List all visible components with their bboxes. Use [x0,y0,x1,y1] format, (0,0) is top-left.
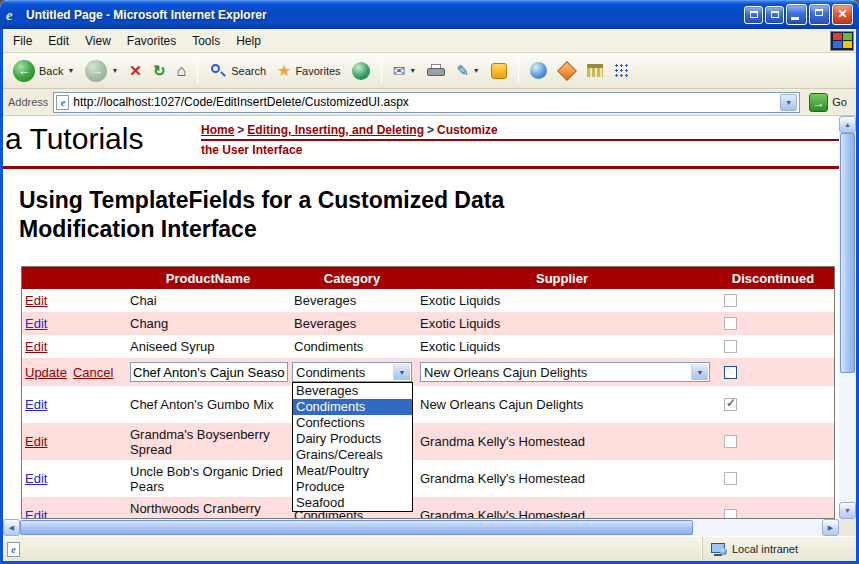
minimize-button[interactable] [786,4,807,25]
supplier-cell: Grandma Kelly's Homestead [414,460,710,497]
edit-page-button[interactable]: ✎ ▼ [452,59,484,83]
toolbar-extra-button-4[interactable] [610,61,633,80]
category-open-list[interactable]: Beverages Condiments Confections Dairy P… [292,382,413,512]
breadcrumb-section-link[interactable]: Editing, Inserting, and Deleting [247,123,424,137]
window-control-extra-2[interactable] [765,6,784,24]
menu-help[interactable]: Help [228,31,269,51]
edit-link[interactable]: Edit [25,339,47,354]
discontinued-checkbox [724,472,737,485]
go-icon: → [809,93,828,112]
horizontal-scrollbar-thumb[interactable] [20,520,693,535]
grid-header-category: Category [290,267,414,289]
mail-dropdown-icon[interactable]: ▼ [409,67,416,74]
category-selected-value: Condiments [296,365,365,380]
scroll-left-icon[interactable]: ◀ [3,519,20,536]
edit-link[interactable]: Edit [25,316,47,331]
chevron-down-icon[interactable]: ▼ [393,364,410,380]
messenger-button[interactable] [487,61,511,81]
discontinued-checkbox-editable[interactable] [724,366,737,379]
media-icon [352,62,370,80]
list-item[interactable]: Beverages [293,383,412,399]
list-item[interactable]: Condiments [293,399,412,415]
breadcrumb: Home>Editing, Inserting, and Deleting>Cu… [201,123,839,157]
horizontal-scrollbar[interactable]: ◀ ▶ [3,519,839,536]
menu-favorites[interactable]: Favorites [119,31,184,51]
back-dropdown-icon[interactable]: ▼ [67,67,74,74]
address-url[interactable]: http://localhost:1027/Code/EditInsertDel… [73,95,776,109]
product-cell: Chai [126,289,290,312]
home-button[interactable]: ⌂ [173,59,191,83]
window-control-extra-1[interactable] [744,6,763,24]
maximize-button[interactable] [809,4,830,25]
supplier-cell: Exotic Liquids [414,312,710,335]
grid-header-row: ProductName Category Supplier Discontinu… [22,267,834,289]
discontinued-checkbox [724,294,737,307]
list-item[interactable]: Meat/Poultry [293,463,412,479]
stop-button[interactable]: ✕ [125,59,146,83]
table-row: Edit Chang Beverages Exotic Liquids [22,312,834,335]
mail-button[interactable]: ✉ ▼ [389,59,421,83]
scroll-down-icon[interactable]: ▼ [839,502,856,519]
window-frame: File Edit View Favorites Tools Help ← Ba… [0,29,859,564]
window-controls: ✕ [744,4,853,25]
globe-icon [530,62,547,79]
edit-link[interactable]: Edit [25,293,47,308]
chevron-down-icon[interactable]: ▼ [691,364,708,380]
local-intranet-icon [711,543,727,556]
page-title: Using TemplateFields for a Customized Da… [19,186,549,244]
update-link[interactable]: Update [25,365,67,380]
close-button[interactable]: ✕ [832,4,853,25]
back-icon: ← [13,60,35,82]
category-dropdown[interactable]: Condiments ▼ [292,362,412,382]
list-item[interactable]: Confections [293,415,412,431]
print-button[interactable] [423,62,449,80]
product-name-input[interactable] [130,362,288,382]
vertical-scrollbar-thumb[interactable] [840,133,855,373]
menu-tools[interactable]: Tools [184,31,228,51]
list-item[interactable]: Grains/Cereals [293,447,412,463]
address-input[interactable]: e http://localhost:1027/Code/EditInsertD… [53,92,800,113]
edit-dropdown-icon[interactable]: ▼ [473,67,480,74]
supplier-dropdown[interactable]: New Orleans Cajun Delights ▼ [420,362,710,382]
page-icon: e [56,95,69,110]
favorites-button[interactable]: ★ Favorites [273,59,345,83]
edit-link[interactable]: Edit [25,508,47,519]
go-button[interactable]: → Go [805,91,851,114]
edit-link[interactable]: Edit [25,434,47,449]
back-button[interactable]: ← Back ▼ [9,58,78,84]
supplier-cell: Grandma Kelly's Homestead [414,497,710,519]
edit-link[interactable]: Edit [25,471,47,486]
refresh-icon: ↻ [153,61,166,81]
grid-header-actions [22,267,126,289]
edit-link[interactable]: Edit [25,397,47,412]
table-row: Edit Aniseed Syrup Condiments Exotic Liq… [22,335,834,358]
table-row: Edit Northwoods Cranberry Sauce Condimen… [22,497,834,519]
toolbar-extra-button-3[interactable] [583,62,607,79]
list-item[interactable]: Dairy Products [293,431,412,447]
product-cell: Grandma's Boysenberry Spread [126,423,290,460]
search-button[interactable]: Search [205,60,270,82]
scroll-right-icon[interactable]: ▶ [822,519,839,536]
toolbar-extra-button-1[interactable] [526,60,551,81]
media-button[interactable] [348,60,374,82]
menu-file[interactable]: File [5,31,40,51]
forward-button[interactable]: → ▼ [81,58,122,84]
product-cell: Chang [126,312,290,335]
list-item[interactable]: Seafood [293,495,412,511]
check-icon: ✓ [726,396,736,410]
menu-edit[interactable]: Edit [40,31,77,51]
refresh-button[interactable]: ↻ [149,59,170,83]
list-item[interactable]: Produce [293,479,412,495]
browser-window: e Untitled Page - Microsoft Internet Exp… [0,0,859,564]
vertical-scrollbar[interactable]: ▲ ▼ [839,116,856,519]
toolbar-separator [381,59,382,83]
breadcrumb-home-link[interactable]: Home [201,123,234,137]
toolbar-extra-button-2[interactable] [554,62,580,80]
forward-icon: → [85,60,107,82]
forward-dropdown-icon[interactable]: ▼ [111,67,118,74]
menu-view[interactable]: View [77,31,119,51]
cancel-link[interactable]: Cancel [73,365,113,380]
category-cell: Beverages [290,289,414,312]
scroll-up-icon[interactable]: ▲ [839,116,856,133]
address-dropdown-icon[interactable]: ▼ [780,94,797,111]
